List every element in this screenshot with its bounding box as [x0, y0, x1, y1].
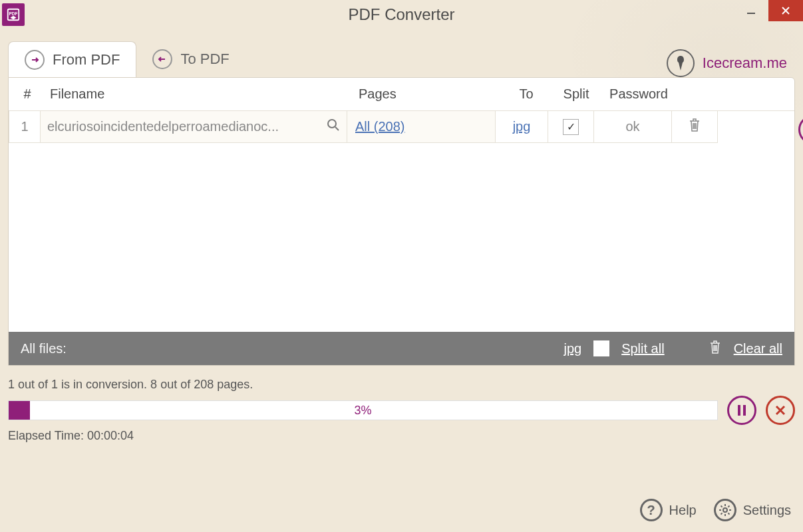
tabs-row: From PDF To PDF Icecream.me [0, 27, 803, 77]
col-to: To [500, 86, 553, 102]
add-file-button[interactable] [798, 115, 803, 144]
progress-area: 1 out of 1 is in conversion. 8 out of 20… [8, 378, 795, 443]
row-pages: All (208) [355, 119, 404, 134]
col-filename: Filename [43, 86, 351, 102]
progress-percent: 3% [354, 404, 371, 418]
panel-footer: All files: jpg Split all Clear all [9, 332, 794, 365]
minimize-button[interactable] [734, 0, 768, 21]
all-files-label: All files: [21, 341, 67, 356]
trash-icon [688, 118, 701, 136]
elapsed-time: Elapsed Time: 00:00:04 [8, 429, 795, 443]
row-delete[interactable] [671, 111, 718, 143]
row-num: 1 [9, 111, 41, 143]
window-title: PDF Converter [0, 5, 803, 24]
row-pages-cell[interactable]: All (208) [347, 111, 496, 143]
row-split-cell[interactable]: ✓ [548, 111, 594, 143]
table-body: 1 elcuriosoincidentedelperroamedianoc...… [9, 111, 794, 332]
svg-text:PDF: PDF [9, 11, 18, 15]
from-pdf-icon [25, 50, 45, 70]
brand-link[interactable]: Icecream.me [667, 49, 791, 77]
gear-icon [714, 499, 736, 521]
col-num: # [11, 86, 43, 102]
tab-to-pdf[interactable]: To PDF [136, 41, 245, 77]
footer-clear-all[interactable]: Clear all [734, 341, 782, 356]
progress-bar: 3% [8, 400, 718, 420]
svg-rect-2 [747, 13, 755, 14]
to-pdf-icon [152, 49, 172, 69]
brand-label: Icecream.me [703, 55, 787, 72]
tab-from-pdf-label: From PDF [53, 51, 120, 68]
file-table-panel: # Filename Pages To Split Password 1 elc… [8, 77, 795, 366]
split-checkbox[interactable]: ✓ [563, 119, 579, 135]
footer-split-checkbox[interactable] [593, 340, 609, 356]
table-row: 1 elcuriosoincidentedelperroamedianoc...… [9, 111, 794, 143]
svg-point-6 [723, 508, 727, 512]
settings-label: Settings [743, 503, 791, 518]
progress-fill [9, 401, 30, 420]
icecream-icon [667, 49, 695, 77]
footer-trash-icon [709, 340, 722, 358]
table-header: # Filename Pages To Split Password [9, 78, 794, 111]
help-label: Help [669, 503, 697, 518]
row-to: jpg [513, 119, 531, 134]
col-password: Password [599, 86, 678, 102]
app-icon: PDF [2, 3, 25, 26]
col-pages: Pages [351, 86, 500, 102]
titlebar: PDF PDF Converter [0, 0, 803, 27]
pause-button[interactable] [727, 396, 756, 425]
col-split: Split [553, 86, 599, 102]
svg-rect-4 [738, 405, 740, 416]
row-filename-cell[interactable]: elcuriosoincidentedelperroamedianoc... [40, 111, 347, 143]
bottom-row: ? Help Settings [640, 499, 791, 521]
close-button[interactable] [768, 0, 803, 21]
conversion-status: 1 out of 1 is in conversion. 8 out of 20… [8, 378, 795, 392]
help-icon: ? [640, 499, 663, 521]
row-password[interactable]: ok [593, 111, 672, 143]
footer-split-all[interactable]: Split all [621, 341, 664, 356]
svg-point-3 [328, 120, 336, 128]
settings-button[interactable]: Settings [714, 499, 791, 521]
help-button[interactable]: ? Help [640, 499, 697, 521]
footer-to-format[interactable]: jpg [563, 341, 581, 356]
row-to-cell[interactable]: jpg [495, 111, 548, 143]
preview-icon[interactable] [327, 118, 340, 135]
tab-from-pdf[interactable]: From PDF [8, 41, 136, 77]
check-icon: ✓ [567, 120, 575, 133]
svg-rect-5 [743, 405, 746, 416]
row-filename: elcuriosoincidentedelperroamedianoc... [47, 119, 279, 134]
tab-to-pdf-label: To PDF [180, 51, 229, 68]
cancel-conversion-button[interactable] [766, 396, 795, 425]
